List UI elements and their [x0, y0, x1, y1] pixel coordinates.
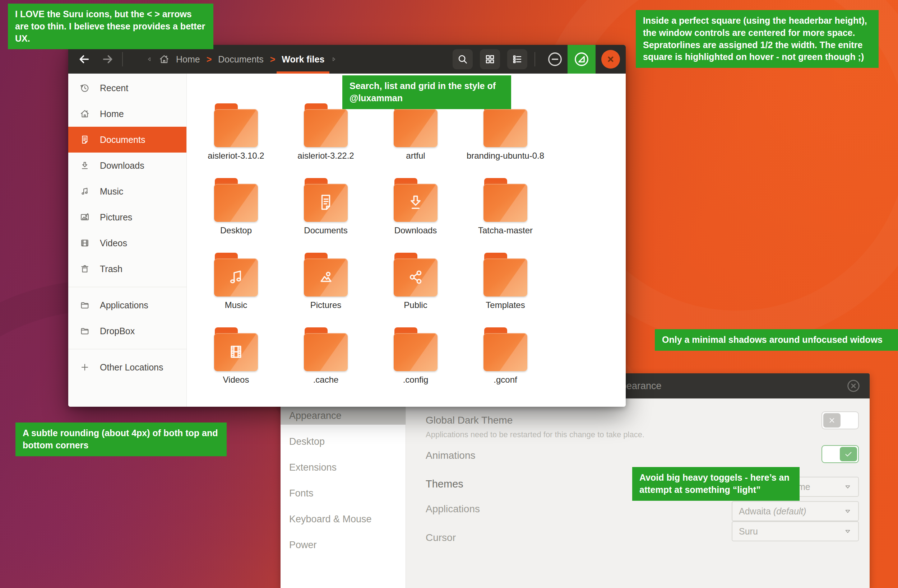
sidebar-item-home[interactable]: Home: [68, 101, 186, 127]
search-icon: [457, 54, 468, 64]
sidebar-item-pictures[interactable]: Pictures: [68, 204, 186, 230]
file-item-public[interactable]: Public: [371, 253, 460, 327]
sidebar-item-music[interactable]: Music: [68, 178, 186, 204]
home-icon[interactable]: [159, 54, 169, 64]
sidebar-item-videos[interactable]: Videos: [68, 230, 186, 256]
file-name: artful: [406, 151, 425, 161]
cursor-theme-dropdown[interactable]: Suru: [732, 521, 859, 541]
breadcrumb-current[interactable]: Work files: [281, 45, 324, 74]
close-icon: [605, 54, 616, 64]
sidebar-item-label: DropBox: [100, 326, 135, 336]
tweaks-sidebar-item-extensions[interactable]: Extensions: [281, 458, 406, 476]
annotation-callout-2: Inside a perfect square (using the heade…: [636, 10, 879, 68]
file-item-downloads[interactable]: Downloads: [371, 178, 460, 253]
tweaks-sidebar-item-appearance[interactable]: Appearance: [281, 407, 406, 425]
minimize-button[interactable]: [543, 45, 567, 74]
triangle-left-icon[interactable]: [146, 56, 152, 62]
folder-icon: [483, 178, 527, 223]
file-item-pictures[interactable]: Pictures: [281, 253, 371, 327]
cursor-theme-label: Cursor: [426, 532, 456, 543]
file-name: aisleriot-3.10.2: [208, 151, 264, 161]
applications-theme-value: Adwaita (default): [739, 506, 844, 517]
folder-icon: [394, 253, 438, 297]
music-emblem-icon: [226, 267, 246, 287]
chevron-down-icon: [844, 507, 852, 515]
file-item-artful[interactable]: artful: [371, 103, 460, 178]
sidebar-item-label: Downloads: [100, 160, 145, 171]
triangle-right-icon[interactable]: [331, 56, 337, 62]
file-item-aisleriot-3-22-2[interactable]: aisleriot-3.22.2: [281, 103, 371, 178]
sidebar-item-documents[interactable]: Documents: [68, 127, 186, 153]
folder-icon: [214, 253, 258, 297]
file-name: .cache: [313, 375, 339, 385]
folder-body: [304, 109, 348, 147]
animations-toggle[interactable]: [821, 445, 859, 463]
list-view-icon: [512, 54, 523, 64]
file-item-branding-ubuntu-0-8[interactable]: branding-ubuntu-0.8: [460, 103, 550, 178]
grid-view-button[interactable]: [480, 49, 500, 69]
sidebar-item-trash[interactable]: Trash: [68, 256, 186, 282]
close-button[interactable]: [595, 45, 626, 74]
header-separator: [122, 52, 123, 66]
sidebar-item-dropbox[interactable]: DropBox: [68, 318, 186, 344]
folder-icon: [394, 103, 438, 148]
file-item-tatcha-master[interactable]: Tatcha-master: [460, 178, 550, 253]
tweaks-sidebar-item-power[interactable]: Power: [281, 536, 406, 554]
tweaks-sidebar-item-keyboard-mouse[interactable]: Keyboard & Mouse: [281, 510, 406, 528]
annotation-callout-6: Avoid big heavy toggels - here’s an atte…: [632, 467, 800, 501]
file-name: Videos: [223, 375, 249, 385]
file-item-config[interactable]: .config: [371, 327, 460, 402]
x-icon: [827, 416, 836, 425]
folder-icon: [214, 178, 258, 223]
sidebar-item-label: Documents: [100, 135, 145, 145]
file-item-templates[interactable]: Templates: [460, 253, 550, 327]
file-name: Documents: [304, 226, 348, 235]
files-sidebar: Recent Home Documents Downloads Music Pi…: [68, 74, 187, 407]
breadcrumb-documents[interactable]: Documents: [218, 54, 263, 64]
file-name: Music: [225, 300, 248, 310]
file-item-videos[interactable]: Videos: [191, 327, 281, 402]
file-item-desktop[interactable]: Desktop: [191, 178, 281, 253]
sidebar-item-label: Home: [100, 109, 124, 119]
tweaks-sidebar-item-fonts[interactable]: Fonts: [281, 484, 406, 502]
breadcrumb-home[interactable]: Home: [176, 54, 200, 64]
global-dark-theme-subtitle: Applications need to be restarted for th…: [426, 430, 644, 439]
folder-icon: [80, 300, 90, 310]
annotation-callout-1: I LOVE the Suru icons, but the < > arrow…: [8, 4, 213, 49]
files-content: aisleriot-3.10.2 aisleriot-3.22.2 artful…: [187, 74, 626, 407]
sidebar-item-label: Pictures: [100, 212, 132, 223]
annotation-callout-4: Only a minimal shadows around unfocused …: [655, 329, 898, 351]
global-dark-theme-toggle[interactable]: [821, 411, 859, 429]
applications-theme-dropdown[interactable]: Adwaita (default): [732, 501, 859, 521]
forward-button[interactable]: [98, 49, 118, 69]
sidebar-item-recent[interactable]: Recent: [68, 75, 186, 101]
tweaks-sidebar-item-desktop[interactable]: Desktop: [281, 433, 406, 450]
file-item-documents[interactable]: Documents: [281, 178, 371, 253]
file-item-cache[interactable]: .cache: [281, 327, 371, 402]
chevron-down-icon: [844, 483, 852, 491]
folder-icon: [304, 253, 348, 297]
annotation-callout-3: Search, list and grid in the style of @l…: [342, 75, 511, 109]
folder-body: [394, 109, 438, 147]
file-item-aisleriot-3-10-2[interactable]: aisleriot-3.10.2: [191, 103, 281, 178]
tweaks-sidebar: AppearanceDesktopExtensionsFontsKeyboard…: [281, 398, 406, 588]
chevron-down-icon: [844, 527, 852, 535]
folder-body: [483, 109, 527, 147]
folder-icon: [304, 103, 348, 148]
sidebar-item-downloads[interactable]: Downloads: [68, 153, 186, 178]
check-icon: [844, 450, 853, 459]
search-button[interactable]: [453, 49, 473, 69]
maximize-button-hovered[interactable]: [567, 45, 595, 74]
file-item-music[interactable]: Music: [191, 253, 281, 327]
list-view-button[interactable]: [507, 49, 527, 69]
folder-body: [214, 109, 258, 147]
back-button[interactable]: [74, 49, 94, 69]
header-separator: [535, 52, 535, 66]
folder-icon: [483, 253, 527, 297]
tweaks-close-button[interactable]: [845, 378, 862, 394]
sidebar-item-other-locations[interactable]: Other Locations: [68, 354, 186, 380]
folder-body: [483, 184, 527, 222]
file-item-gconf[interactable]: .gconf: [460, 327, 550, 402]
trash-icon: [80, 264, 90, 274]
sidebar-item-applications[interactable]: Applications: [68, 292, 186, 318]
